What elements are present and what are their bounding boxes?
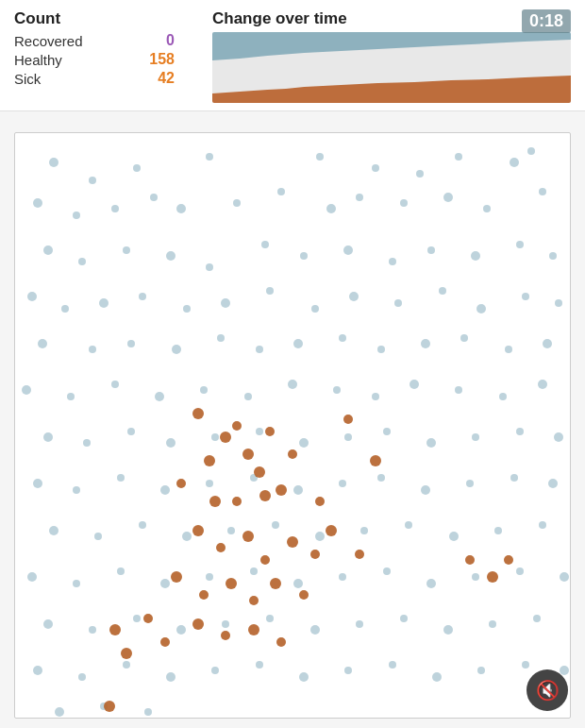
dot-healthy bbox=[471, 251, 480, 261]
dot-healthy bbox=[99, 298, 109, 308]
dot-sick bbox=[343, 415, 353, 424]
dot-healthy bbox=[33, 198, 42, 208]
dot-healthy bbox=[144, 708, 152, 716]
dot-healthy bbox=[43, 245, 53, 255]
mute-button[interactable]: 🔇 bbox=[526, 669, 568, 711]
dot-sick bbox=[260, 555, 270, 565]
dot-healthy bbox=[293, 485, 303, 495]
dot-healthy bbox=[356, 194, 363, 201]
dot-healthy bbox=[277, 188, 285, 195]
dot-healthy bbox=[477, 667, 485, 674]
dot-healthy bbox=[360, 527, 368, 534]
dot-sick bbox=[192, 408, 204, 419]
timer: 0:18 bbox=[522, 9, 571, 33]
dot-healthy bbox=[111, 381, 119, 388]
dot-healthy bbox=[206, 573, 213, 581]
dot-healthy bbox=[554, 432, 563, 442]
dot-healthy bbox=[43, 619, 53, 629]
dot-healthy bbox=[27, 572, 37, 582]
dot-sick bbox=[276, 484, 287, 496]
dot-sick bbox=[121, 648, 132, 659]
dot-sick bbox=[143, 614, 153, 623]
dot-healthy bbox=[67, 393, 75, 400]
dot-healthy bbox=[510, 474, 518, 482]
dot-healthy bbox=[73, 486, 80, 494]
dot-healthy bbox=[311, 305, 319, 313]
dot-sick bbox=[465, 555, 475, 565]
dot-healthy bbox=[421, 485, 430, 495]
healthy-label: Healthy bbox=[14, 52, 62, 68]
dot-healthy bbox=[89, 177, 96, 184]
dot-sick bbox=[192, 618, 204, 630]
dot-sick bbox=[355, 550, 364, 559]
dot-healthy bbox=[522, 661, 529, 669]
sick-label: Sick bbox=[14, 71, 41, 87]
dot-healthy bbox=[560, 572, 569, 582]
dot-healthy bbox=[172, 345, 181, 354]
dot-sick bbox=[242, 449, 254, 460]
dot-healthy bbox=[516, 567, 524, 575]
dot-healthy bbox=[49, 158, 58, 167]
dot-sick bbox=[160, 637, 170, 647]
dot-healthy bbox=[333, 386, 341, 394]
dot-healthy bbox=[94, 533, 102, 540]
dot-healthy bbox=[43, 432, 53, 442]
dot-healthy bbox=[33, 479, 42, 488]
dot-sick bbox=[276, 637, 286, 647]
dot-healthy bbox=[89, 626, 96, 634]
dot-healthy bbox=[176, 625, 186, 635]
dot-healthy bbox=[73, 580, 80, 587]
dot-healthy bbox=[499, 393, 507, 400]
dot-healthy bbox=[61, 305, 69, 313]
dot-healthy bbox=[73, 212, 80, 219]
dot-canvas bbox=[14, 132, 571, 719]
dot-healthy bbox=[443, 625, 453, 635]
dot-healthy bbox=[483, 205, 491, 212]
dot-healthy bbox=[55, 707, 64, 717]
healthy-value: 158 bbox=[137, 51, 175, 68]
dot-healthy bbox=[439, 287, 446, 295]
dot-healthy bbox=[449, 532, 459, 541]
dot-healthy bbox=[139, 521, 146, 529]
dot-healthy bbox=[344, 667, 352, 674]
chart-section: Change over time 0:18 bbox=[212, 9, 571, 103]
dot-healthy bbox=[372, 164, 379, 172]
dot-sick bbox=[249, 596, 259, 605]
area-chart bbox=[212, 32, 571, 103]
dot-healthy bbox=[211, 433, 219, 441]
dot-healthy bbox=[127, 428, 135, 435]
dot-healthy bbox=[389, 258, 396, 265]
dot-healthy bbox=[133, 164, 141, 172]
dot-sick bbox=[221, 631, 230, 640]
chart-title: Change over time bbox=[212, 9, 571, 28]
dot-healthy bbox=[166, 438, 176, 448]
dot-healthy bbox=[394, 299, 402, 307]
dot-healthy bbox=[166, 672, 176, 682]
dot-healthy bbox=[326, 204, 336, 213]
dot-healthy bbox=[150, 194, 158, 201]
dot-healthy bbox=[217, 334, 225, 342]
dot-healthy bbox=[400, 615, 408, 622]
dot-healthy bbox=[300, 252, 308, 260]
dot-sick bbox=[254, 466, 265, 478]
top-panel: Count Recovered 0 Healthy 158 Sick 42 Ch… bbox=[0, 0, 585, 111]
sick-value: 42 bbox=[137, 70, 175, 87]
dot-healthy bbox=[272, 521, 279, 529]
dot-healthy bbox=[89, 346, 96, 353]
dot-healthy bbox=[78, 258, 86, 265]
dot-healthy bbox=[339, 573, 346, 581]
dot-healthy bbox=[293, 579, 303, 588]
dot-healthy bbox=[533, 615, 541, 622]
dot-healthy bbox=[256, 428, 263, 435]
dot-healthy bbox=[377, 346, 385, 353]
dot-sick bbox=[232, 421, 242, 431]
dot-sick bbox=[192, 525, 204, 536]
dot-healthy bbox=[377, 474, 385, 482]
dot-healthy bbox=[27, 292, 37, 301]
dot-healthy bbox=[400, 199, 408, 207]
dot-healthy bbox=[516, 241, 524, 248]
dot-healthy bbox=[472, 433, 479, 441]
dot-healthy bbox=[505, 346, 512, 353]
dot-healthy bbox=[206, 480, 213, 487]
svg-marker-0 bbox=[212, 32, 571, 60]
